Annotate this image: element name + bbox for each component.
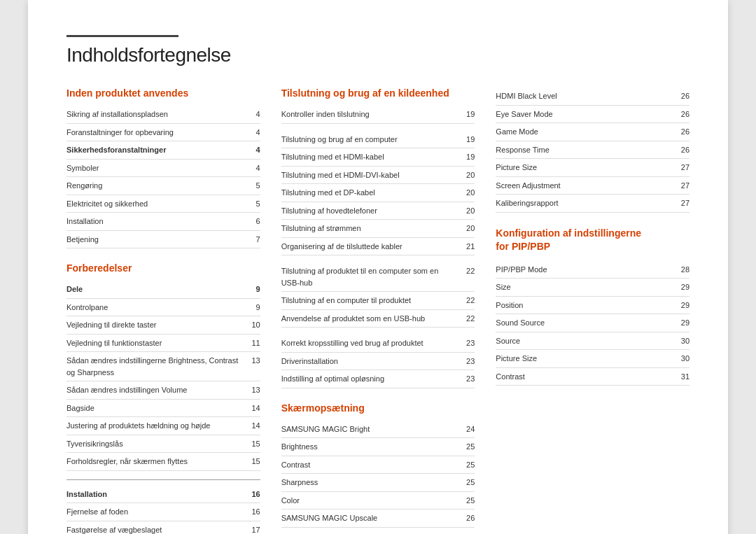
list-item: Fastgørelse af vægbeslaget 17 — [66, 521, 260, 535]
list-item: Anvendelse af produktet som en USB-hub 2… — [281, 310, 475, 328]
list-item: Response Time 26 — [496, 141, 690, 160]
forberedelser-list: Dele 9 Kontrolpane 9 Vejledning til dire… — [66, 281, 260, 471]
list-item: Screen Adjustment 27 — [496, 177, 690, 195]
hdmi-list: HDMI Black Level 26 Eye Saver Mode 26 Ga… — [496, 87, 690, 213]
tilslutning-list4: Korrekt kropsstilling ved brug af produk… — [281, 335, 475, 388]
toc-columns: Inden produktet anvendes Sikring af inst… — [66, 87, 690, 534]
list-item: Driverinstallation 23 — [281, 353, 475, 371]
section-konfiguration: Konfiguration af indstillingerne for PIP… — [496, 227, 690, 386]
list-item: Tilslutning og brug af en computer 19 — [281, 131, 475, 149]
col2: Tilslutning og brug af en kildeenhed Kon… — [281, 87, 496, 534]
list-item: Installation 16 — [66, 486, 260, 504]
section-title-forberedelser: Forberedelser — [66, 262, 260, 274]
section-skaermopsaetning: Skærmopsætning SAMSUNG MAGIC Bright 24 B… — [281, 402, 475, 528]
page-title: Indholdsfortegnelse — [66, 44, 690, 66]
list-item: PIP/PBP Mode 28 — [496, 261, 690, 279]
title-area: Indholdsfortegnelse — [66, 35, 690, 66]
list-item: Tilslutning med et DP-kabel 20 — [281, 184, 475, 202]
col1: Inden produktet anvendes Sikring af inst… — [66, 87, 281, 534]
tilslutning-list2: Tilslutning og brug af en computer 19 Ti… — [281, 131, 475, 256]
section-title-tilslutning: Tilslutning og brug af en kildeenhed — [281, 87, 475, 99]
list-item: Bagside 14 — [66, 400, 260, 418]
tilslutning-list3: Tilslutning af produktet til en computer… — [281, 262, 475, 328]
list-item: Kontrolpane 9 — [66, 299, 260, 317]
list-item: Sikring af installationspladsen 4 — [66, 106, 260, 124]
list-item: Brightness 25 — [281, 438, 475, 456]
list-item: Tilslutning af strømmen 20 — [281, 220, 475, 238]
list-item: Color 25 — [281, 492, 475, 510]
section-hdmi-etc: HDMI Black Level 26 Eye Saver Mode 26 Ga… — [496, 87, 690, 213]
list-item: Korrekt kropsstilling ved brug af produk… — [281, 335, 475, 353]
section-title-skaerm: Skærmopsætning — [281, 402, 475, 414]
list-item: Size 29 — [496, 279, 690, 297]
section-tilslutning: Tilslutning og brug af en kildeenhed Kon… — [281, 87, 475, 388]
list-item: Betjening 7 — [66, 231, 260, 249]
list-item: Sådan ændres indstillingen Volume 13 — [66, 381, 260, 400]
list-item: SAMSUNG MAGIC Upscale 26 — [281, 510, 475, 528]
list-item: Tilslutning med et HDMI-kabel 19 — [281, 148, 475, 167]
list-item: Tilslutning af en computer til produktet… — [281, 292, 475, 310]
list-item: Rengøring 5 — [66, 177, 260, 195]
list-item: Dele 9 — [66, 281, 260, 299]
inden-list: Sikring af installationspladsen 4 Forans… — [66, 106, 260, 248]
tilslutning-list: Kontroller inden tilslutning 19 — [281, 106, 475, 124]
list-item: Kontroller inden tilslutning 19 — [281, 106, 475, 124]
list-item: Position 29 — [496, 297, 690, 315]
list-item: Sharpness 25 — [281, 474, 475, 492]
list-item: Contrast 31 — [496, 368, 690, 386]
title-bar — [66, 35, 178, 37]
skaerm-list: SAMSUNG MAGIC Bright 24 Brightness 25 Co… — [281, 421, 475, 528]
list-item: Contrast 25 — [281, 456, 475, 475]
list-item: Picture Size 30 — [496, 350, 690, 368]
list-item: Forholdsregler, når skærmen flyttes 15 — [66, 453, 260, 471]
list-item: SAMSUNG MAGIC Bright 24 — [281, 421, 475, 439]
installation-list: Installation 16 Fjernelse af foden 16 Fa… — [66, 486, 260, 535]
list-item: Tilslutning af hovedtelefoner 20 — [281, 202, 475, 220]
section-title-inden: Inden produktet anvendes — [66, 87, 260, 99]
section-title-konfiguration: Konfiguration af indstillingerne for PIP… — [496, 227, 690, 254]
list-item: Vejledning til funktionstaster 11 — [66, 335, 260, 353]
list-item: Picture Size 27 — [496, 159, 690, 177]
list-item: Indstilling af optimal opløsning 23 — [281, 370, 475, 388]
col3: HDMI Black Level 26 Eye Saver Mode 26 Ga… — [496, 87, 690, 534]
list-item: Game Mode 26 — [496, 123, 690, 141]
list-item: Vejledning til direkte taster 10 — [66, 316, 260, 335]
list-item: Sådan ændres indstillingerne Brightness,… — [66, 352, 260, 381]
pip-pbp-list: PIP/PBP Mode 28 Size 29 Position 29 Soun… — [496, 261, 690, 386]
list-item: Kaliberingsrapport 27 — [496, 195, 690, 213]
list-item: Organisering af de tilsluttede kabler 21 — [281, 238, 475, 256]
list-item: Source 30 — [496, 332, 690, 351]
list-item: Tilslutning med et HDMI-DVI-kabel 20 — [281, 167, 475, 185]
list-item: Installation 6 — [66, 213, 260, 231]
list-item: Justering af produktets hældning og højd… — [66, 417, 260, 435]
list-item: Tilslutning af produktet til en computer… — [281, 262, 475, 292]
list-item: Sikkerhedsforanstaltninger 4 — [66, 141, 260, 160]
list-item: HDMI Black Level 26 — [496, 87, 690, 106]
list-item: Symboler 4 — [66, 160, 260, 178]
list-item: Foranstaltninger for opbevaring 4 — [66, 124, 260, 142]
list-item: Tyverisikringslås 15 — [66, 435, 260, 454]
list-item: Elektricitet og sikkerhed 5 — [66, 195, 260, 213]
divider — [66, 479, 260, 480]
list-item: Fjernelse af foden 16 — [66, 503, 260, 521]
section-inden-produktet: Inden produktet anvendes Sikring af inst… — [66, 87, 260, 248]
list-item: Eye Saver Mode 26 — [496, 106, 690, 124]
section-forberedelser: Forberedelser Dele 9 Kontrolpane 9 Vejle… — [66, 262, 260, 534]
page-container: Indholdsfortegnelse Inden produktet anve… — [28, 0, 728, 534]
list-item: Sound Source 29 — [496, 314, 690, 332]
